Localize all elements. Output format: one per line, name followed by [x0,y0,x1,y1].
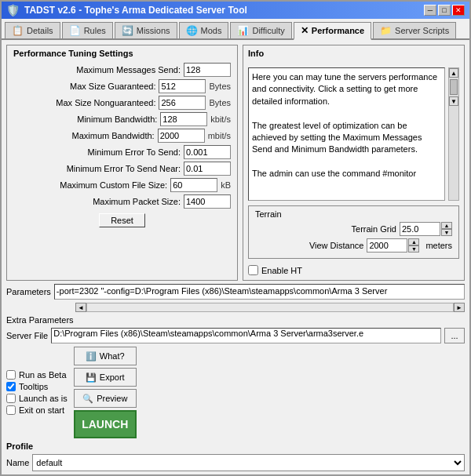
info-panel-title: Info [248,49,459,58]
details-icon: 📋 [12,25,24,36]
params-scroll-right-btn[interactable]: ► [454,303,465,312]
tab-server-scripts-label: Server Scripts [395,26,449,35]
tab-rules[interactable]: 📄 Rules [62,22,113,38]
max-bw-unit: mbit/s [205,131,231,140]
exit-on-start-checkbox[interactable] [6,405,16,415]
max-packet-input[interactable] [184,194,231,209]
perf-reset-button[interactable]: Reset [99,213,145,227]
max-messages-label: Maximum Messages Send: [13,65,184,74]
what-label: What? [100,351,125,361]
tab-details[interactable]: 📋 Details [5,22,60,38]
view-distance-spinner-btns: ▲ ▼ [408,238,419,253]
terrain-grid-label: Terrain Grid [255,224,396,234]
terrain-grid-up-btn[interactable]: ▲ [441,222,452,229]
run-as-beta-checkbox[interactable] [6,370,16,380]
browse-button[interactable]: ... [444,328,465,343]
tab-difficulty-label: Difficulty [252,26,284,35]
profile-name-label: Name [6,458,29,467]
info-scrollbar[interactable]: ▲ ▼ [448,67,459,201]
params-scroll-track [86,303,454,312]
min-bw-unit: kbit/s [207,114,231,124]
tooltips-label: Tooltips [19,382,48,391]
terrain-grid-input[interactable] [400,222,440,236]
max-size-g-input[interactable] [159,79,206,93]
min-error-near-input[interactable] [184,162,231,176]
perf-panel-title: Performance Tuning Settings [13,49,231,58]
launch-button[interactable]: LAUNCH [74,410,137,438]
tab-missions-label: Missions [137,26,170,35]
app-icon: 🛡️ [6,4,20,16]
scroll-up-arrow[interactable]: ▲ [449,68,458,78]
max-size-ng-input[interactable] [159,96,206,110]
tab-missions[interactable]: 🔄 Missions [115,22,177,38]
min-bw-input[interactable] [160,112,207,126]
view-distance-input[interactable] [367,238,407,253]
tab-performance-label: Performance [312,26,364,35]
server-scripts-icon: 📁 [380,25,392,36]
params-scroll-left-btn[interactable]: ◄ [75,303,86,312]
rules-icon: 📄 [69,25,81,36]
preview-button[interactable]: 🔍 Preview [74,389,137,408]
missions-icon: 🔄 [122,25,133,36]
params-scrollbar-row: ◄ ► [75,303,465,312]
terrain-grid-down-btn[interactable]: ▼ [441,229,452,236]
maximize-button[interactable]: □ [438,5,451,16]
enable-ht-checkbox[interactable] [248,265,258,275]
launch-as-row: Launch as is [6,394,68,403]
profile-name-select[interactable]: default [32,454,465,471]
tab-difficulty[interactable]: 📊 Difficulty [230,22,291,38]
tooltips-row: Tooltips [6,382,68,391]
close-button[interactable]: ✕ [452,5,465,16]
performance-panel: Performance Tuning Settings Maximum Mess… [6,45,238,281]
what-icon: ℹ️ [86,351,97,362]
max-size-ng-unit: Bytes [206,98,231,107]
window-controls: ─ □ ✕ [424,5,465,16]
server-file-text: D:\Program Files (x86)\Steam\steamapps\c… [53,329,363,338]
tooltips-checkbox[interactable] [6,382,16,391]
field-row-max-custom: Maximum Custom File Size: kB [13,178,231,192]
scroll-down-arrow[interactable]: ▼ [449,96,458,106]
launch-as-checkbox[interactable] [6,394,16,403]
field-row-max-packet: Maximum Packet Size: [13,194,231,209]
top-section: Performance Tuning Settings Maximum Mess… [6,45,465,281]
run-as-beta-label: Run as Beta [19,370,67,380]
view-distance-spinner: ▲ ▼ [367,238,419,253]
profile-section: Run as Beta Tooltips Launch as is E [6,347,465,474]
max-size-g-label: Max Size Guaranteed: [13,82,159,91]
export-button[interactable]: 💾 Export [74,368,137,387]
min-error-input[interactable] [184,145,231,159]
tab-server-scripts[interactable]: 📁 Server Scripts [373,22,456,38]
tab-mods[interactable]: 🌐 Mods [179,22,229,38]
export-icon: 💾 [86,372,97,383]
preview-icon: 🔍 [82,394,93,404]
run-as-beta-row: Run as Beta [6,370,68,380]
field-row-min-error-near: Minimum Error To Send Near: [13,162,231,176]
max-packet-label: Maximum Packet Size: [13,197,184,206]
max-custom-input[interactable] [170,178,217,192]
profile-name-row: Name default [6,454,465,471]
min-bw-label: Minimum Bandwidth: [13,114,160,124]
max-bw-input[interactable] [158,129,205,143]
parameters-row: Parameters -port=2302 "-config=D:\Progra… [6,284,465,300]
view-distance-label: View Distance [255,241,363,250]
terrain-box: Terrain Terrain Grid ▲ ▼ View Distance [248,205,459,259]
max-size-g-unit: Bytes [206,82,231,91]
max-messages-input[interactable] [184,63,231,77]
terrain-title: Terrain [255,209,452,219]
field-row-min-error: Minimum Error To Send: [13,145,231,159]
exit-on-start-row: Exit on start [6,405,68,415]
view-distance-up-btn[interactable]: ▲ [408,238,419,245]
parameters-text: -port=2302 "-config=D:\Program Files (x8… [55,285,464,297]
enable-ht-label: Enable HT [261,266,302,275]
view-distance-down-btn[interactable]: ▼ [408,245,419,253]
extra-params-label: Extra Parameters [6,315,74,325]
right-buttons: ℹ️ What? 💾 Export 🔍 Preview LAUNCH [74,347,137,438]
info-text: Here you can may tune the servers perfor… [252,72,437,178]
tab-performance[interactable]: ✕ Performance [294,22,371,40]
title-bar: 🛡️ TADST v2.6 - Tophe's Arma Dedicated S… [2,2,469,19]
field-row-max-bw: Maximum Bandwidth: mbit/s [13,129,231,143]
minimize-button[interactable]: ─ [424,5,436,16]
scroll-thumb[interactable] [450,79,458,95]
what-button[interactable]: ℹ️ What? [74,347,137,365]
exit-on-start-label: Exit on start [19,405,64,415]
